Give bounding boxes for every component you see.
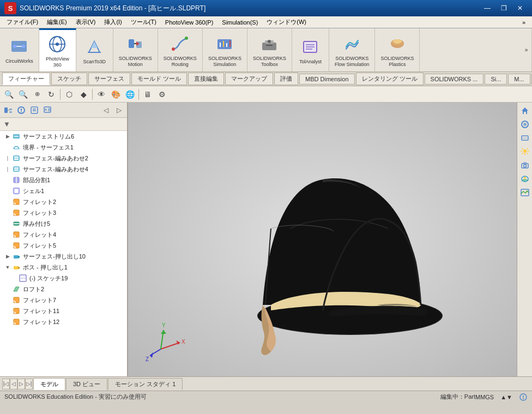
- rp-decals-button[interactable]: [519, 132, 531, 144]
- rp-camera-button[interactable]: [519, 159, 531, 171]
- scenes-button[interactable]: 🌐: [123, 88, 136, 101]
- tab-sw-simulation[interactable]: SOLIDWORKSSimulation: [203, 28, 247, 71]
- expander-12[interactable]: ▼: [4, 264, 11, 271]
- tab-features[interactable]: フィーチャー: [2, 73, 50, 85]
- collapse-left[interactable]: ◁: [100, 104, 112, 116]
- expander-14[interactable]: [4, 286, 11, 292]
- rp-scene-button[interactable]: [519, 187, 531, 199]
- tab-tolanalyst[interactable]: TolAnalyst: [292, 28, 329, 71]
- display-style-button[interactable]: ◆: [77, 88, 90, 101]
- restore-button[interactable]: ❐: [496, 2, 511, 14]
- expander-7[interactable]: [4, 209, 11, 216]
- section-view-button[interactable]: ⬡: [63, 88, 76, 101]
- menu-tools[interactable]: ツール(T): [126, 17, 161, 27]
- rotate-button[interactable]: ↻: [45, 88, 58, 101]
- tree-item-7[interactable]: フィレット3: [0, 207, 127, 218]
- tab-evaluate[interactable]: 評価: [274, 73, 298, 85]
- expander-10[interactable]: [4, 242, 11, 249]
- tree-item-1[interactable]: 境界 - サーフェス1: [0, 142, 127, 153]
- expander-1[interactable]: [4, 144, 11, 151]
- units-arrows[interactable]: ▲▼: [500, 394, 512, 400]
- tree-item-2[interactable]: | サーフェス-編みあわせ2: [0, 153, 127, 164]
- hide-show-button[interactable]: 👁: [95, 88, 108, 101]
- expander-8[interactable]: [4, 220, 11, 227]
- tab-nav-first[interactable]: |◁: [2, 379, 10, 389]
- tab-nav-next[interactable]: ▷: [17, 379, 25, 389]
- menu-photoview[interactable]: PhotoView 360(P): [161, 18, 217, 27]
- ribbon-overflow[interactable]: »: [521, 28, 532, 71]
- tab-scanto3d[interactable]: ScanTo3D: [76, 28, 113, 71]
- rp-environment-button[interactable]: [519, 173, 531, 185]
- tab-sw-toolbox[interactable]: SOLIDWORKSToolbox: [247, 28, 292, 71]
- tree-item-12[interactable]: ▼ ボス - 押し出し1: [0, 262, 127, 273]
- tree-item-11[interactable]: ▶ サーフェス-押し出し10: [0, 251, 127, 262]
- expander-11[interactable]: ▶: [4, 253, 11, 260]
- tab-sw-plastics[interactable]: SOLIDWORKSPlastics: [375, 28, 420, 71]
- minimize-button[interactable]: —: [480, 2, 495, 14]
- tree-item-16[interactable]: フィレット11: [0, 305, 127, 316]
- rp-appearances-button[interactable]: [519, 118, 531, 130]
- tab-sw2[interactable]: Si...: [485, 74, 507, 85]
- tab-sw3[interactable]: M...: [508, 74, 530, 85]
- tab-sw1[interactable]: SOLIDWORKS ...: [425, 74, 484, 85]
- expander-16[interactable]: [4, 308, 11, 314]
- tab-photoview360[interactable]: PhotoView360: [39, 28, 76, 71]
- zoom-region-button[interactable]: 🔍: [16, 88, 29, 101]
- tree-item-17[interactable]: フィレット12: [0, 316, 127, 327]
- tab-nav-prev[interactable]: ◁: [10, 379, 17, 389]
- tree-item-5[interactable]: シェル1: [0, 185, 127, 196]
- tree-item-15[interactable]: フィレット7: [0, 295, 127, 305]
- bottom-tab-3dview[interactable]: 3D ビュー: [66, 378, 107, 390]
- expander-4[interactable]: [4, 177, 11, 183]
- rp-lights-button[interactable]: [519, 146, 531, 158]
- search-tool-button[interactable]: 🔍: [2, 88, 15, 101]
- expander-2[interactable]: |: [4, 155, 11, 161]
- tab-rendering[interactable]: レンタリング ツール: [356, 73, 424, 85]
- menu-edit[interactable]: 編集(E): [43, 17, 71, 27]
- tab-mbd[interactable]: MBD Dimension: [299, 74, 354, 85]
- menu-window[interactable]: ウィンドウ(W): [262, 17, 311, 27]
- property-tab[interactable]: [15, 104, 27, 116]
- tab-sw-flow[interactable]: SOLIDWORKSFlow Simulation: [329, 28, 376, 71]
- expander-0[interactable]: ▶: [4, 133, 11, 140]
- expand-left[interactable]: ▷: [113, 104, 125, 116]
- tab-mold[interactable]: モールド ツール: [131, 73, 187, 85]
- close-button[interactable]: ✕: [512, 2, 528, 14]
- tree-item-9[interactable]: フィレット4: [0, 229, 127, 240]
- tab-sw-routing[interactable]: SOLIDWORKSRouting: [158, 28, 203, 71]
- bottom-tab-model[interactable]: モデル: [33, 378, 65, 390]
- expander-6[interactable]: [4, 199, 11, 205]
- tree-item-3[interactable]: | サーフェス-編みあわせ4: [0, 164, 127, 175]
- menu-simulation[interactable]: Simulation(S): [217, 18, 262, 27]
- expander-5[interactable]: [4, 188, 11, 194]
- appearance-button[interactable]: 🎨: [109, 88, 122, 101]
- tree-item-6[interactable]: フィレット2: [0, 196, 127, 207]
- zoom-fit-button[interactable]: ⊕: [31, 88, 44, 101]
- viewport[interactable]: X Y Z: [128, 103, 517, 376]
- tab-circuitworks[interactable]: CircuitWorks: [0, 28, 39, 71]
- expander-3[interactable]: |: [4, 166, 11, 172]
- tree-item-8[interactable]: 厚み付け5: [0, 218, 127, 229]
- tab-markup[interactable]: マークアップ: [225, 73, 273, 85]
- tab-nav-last[interactable]: ▷|: [25, 379, 33, 389]
- expander-13[interactable]: [11, 275, 17, 281]
- config-tab[interactable]: [28, 104, 40, 116]
- tree-item-4[interactable]: 部品分割1: [0, 175, 127, 185]
- tab-sketch[interactable]: スケッチ: [51, 73, 87, 85]
- menu-overflow[interactable]: »: [518, 18, 530, 27]
- expander-9[interactable]: [4, 231, 11, 238]
- tab-surface[interactable]: サーフェス: [88, 73, 130, 85]
- display-manager-tab[interactable]: [41, 104, 53, 116]
- rp-home-button[interactable]: [519, 105, 531, 117]
- tab-sw-motion[interactable]: SOLIDWORKSMotion: [113, 28, 158, 71]
- tree-item-13[interactable]: (-) スケッチ19: [0, 273, 127, 284]
- menu-view[interactable]: 表示(V): [71, 17, 100, 27]
- menu-insert[interactable]: 挿入(I): [100, 17, 126, 27]
- expander-17[interactable]: [4, 319, 11, 325]
- view-button[interactable]: 🖥: [141, 88, 154, 101]
- view-settings-button[interactable]: ⚙: [155, 88, 168, 101]
- tab-direct-edit[interactable]: 直接編集: [188, 73, 224, 85]
- feature-tree[interactable]: ▶ サーフェストリム6 境界 - サーフェス1 | サーフェス-編みあわせ2: [0, 131, 127, 376]
- tree-item-0[interactable]: ▶ サーフェストリム6: [0, 131, 127, 142]
- menu-file[interactable]: ファイル(F): [2, 17, 43, 27]
